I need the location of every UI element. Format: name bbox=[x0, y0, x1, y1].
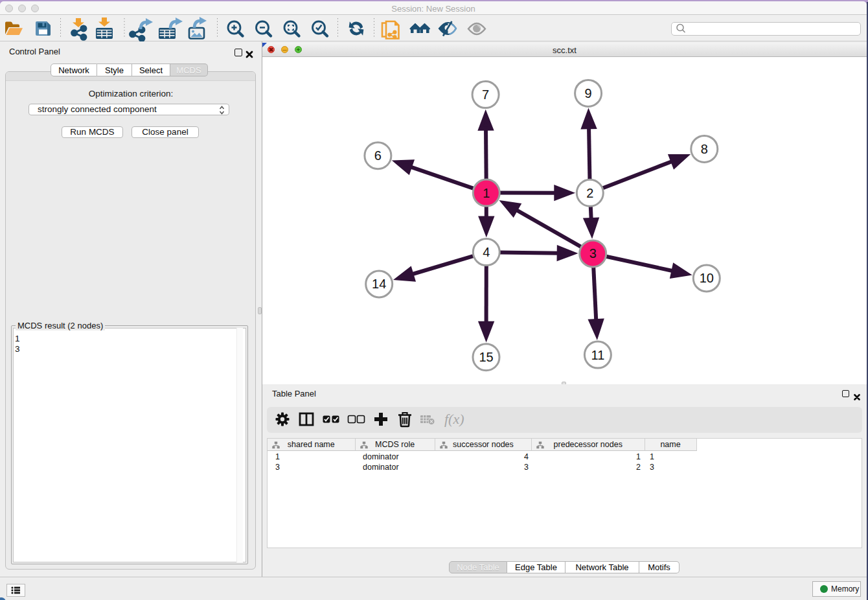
svg-text:9: 9 bbox=[585, 86, 592, 100]
svg-text:15: 15 bbox=[479, 350, 493, 364]
svg-text:8: 8 bbox=[701, 142, 708, 156]
svg-text:6: 6 bbox=[374, 148, 382, 163]
svg-text:7: 7 bbox=[482, 87, 489, 102]
svg-text:f(x): f(x) bbox=[444, 411, 464, 427]
svg-text:14: 14 bbox=[372, 277, 386, 291]
svg-text:11: 11 bbox=[591, 348, 605, 362]
svg-text:1: 1 bbox=[483, 186, 490, 200]
svg-text:3: 3 bbox=[589, 246, 597, 260]
svg-text:2: 2 bbox=[586, 186, 593, 200]
svg-text:4: 4 bbox=[483, 245, 490, 259]
svg-text:10: 10 bbox=[700, 271, 714, 285]
